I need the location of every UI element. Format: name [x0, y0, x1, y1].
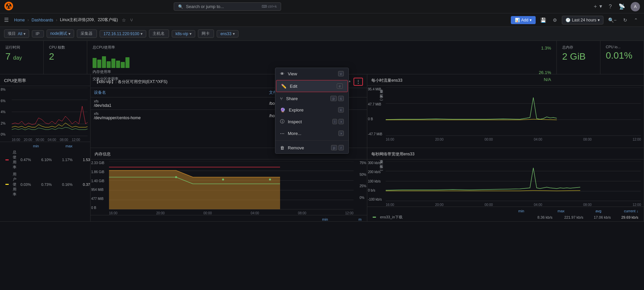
y-label: 8%: [1, 88, 5, 91]
cell-device: xfs /dev/sda1: [91, 97, 266, 110]
cpu-io-value: 0.01%: [606, 50, 638, 61]
collector-label-tag: 采集器: [77, 29, 97, 38]
save-dashboard-btn[interactable]: 💾: [538, 16, 548, 24]
search-bar[interactable]: 🔍 Search or jump to... ⌨ ctrl+k: [174, 2, 281, 11]
menu-item-share[interactable]: ⑂ Share p s: [275, 93, 348, 104]
breadcrumb-home[interactable]: Home: [14, 18, 25, 22]
search-shortcut: ⌨ ctrl+k: [262, 4, 277, 9]
memory-legend-header: min m: [93, 217, 364, 222]
rss-icon-btn[interactable]: 📡: [617, 2, 627, 11]
cpu-x-labels: 16:00 20:00 00:00 04:00 08:00 12:00: [0, 138, 90, 142]
mini-bar: [93, 58, 97, 68]
svg-point-4: [7, 6, 8, 8]
mini-bar: [125, 57, 129, 68]
user-avatar[interactable]: A: [631, 2, 640, 11]
clock-icon: 🕐: [566, 18, 571, 22]
refresh-btn[interactable]: ↻: [621, 16, 629, 24]
panel-context-menu: 👁 View v ✏️ Edit e ⑂ Share p s: [275, 68, 349, 154]
chevron-down-icon6: ▾: [190, 31, 192, 36]
chevron-down-icon7: ▾: [233, 31, 235, 36]
breadcrumb-current: Linux主机详情(209、220客户端): [60, 17, 118, 23]
hamburger-menu-btn[interactable]: ☰: [4, 17, 9, 23]
cpu-io-label: CPU io...: [606, 45, 638, 49]
total-memory-label: 总内存: [562, 45, 595, 50]
menu-item-remove[interactable]: 🗑 Remove p r: [275, 142, 348, 153]
y-axis-label: 上传(↑)/下载: [379, 96, 384, 100]
cpu-pct-value: 1.3%: [541, 46, 551, 51]
ens-bw-legend-dl: ens33_in下载 8.36 kb/s 221.97 kb/s 17.06 k…: [370, 214, 641, 221]
ip-filter[interactable]: IP: [32, 30, 44, 38]
search-icon: 🔍: [178, 4, 183, 9]
cpu-usage-label: 总CPU使用率: [93, 45, 115, 50]
ens-bw-legend-header: min max avg current ↓: [370, 208, 641, 214]
breadcrumb-dashboards[interactable]: Dashboards: [32, 18, 53, 22]
svg-point-2: [8, 4, 10, 6]
memory-panel: 内存信息 2.33 GiB 1.86 GiB 1.40 GiB 954 MiB …: [91, 148, 367, 222]
star-dashboard-btn[interactable]: ☆: [122, 17, 126, 23]
col-header-device: 设备名: [91, 88, 266, 97]
mini-bar: [102, 56, 106, 68]
menu-item-edit[interactable]: ✏️ Edit e: [276, 80, 348, 92]
share-dashboard-btn[interactable]: ⑂: [130, 17, 133, 23]
collector-filter[interactable]: node测试 ▾: [47, 29, 74, 38]
ens-chart-svg: [386, 87, 641, 136]
nic-label-tag: 网卡: [198, 29, 214, 38]
cpu-panel-title: CPU使用率: [0, 74, 90, 86]
y-label: 4%: [1, 110, 5, 114]
menu-item-explore[interactable]: 🔮 Explore x: [275, 104, 348, 116]
uptime-label: 运行时间: [5, 45, 38, 50]
ens-bw-legend: min max avg current ↓ ens33_in下载 8.36 kb…: [367, 207, 644, 222]
uptime-card: 运行时间 7 day: [0, 41, 44, 74]
y-label: 0%: [1, 133, 5, 136]
menu-item-more[interactable]: ⋯ More... ›: [275, 128, 348, 139]
table-title-text: 【k8s-vip】: 各分区可用空间(EXT.*/XFS): [95, 79, 167, 85]
green-dot2: [373, 217, 376, 218]
zoom-out-btn[interactable]: 🔍−: [606, 16, 619, 24]
time-range-btn[interactable]: 🕐 Last 24 hours ▾: [562, 16, 603, 24]
total-memory-value: 2 GiB: [562, 51, 595, 62]
breadcrumb-sep2: ›: [56, 18, 57, 22]
mini-bar: [121, 62, 125, 68]
chevron-down-icon: ▾: [530, 18, 532, 22]
top-nav-right: ＋ ▾ ? 📡 A: [591, 2, 640, 11]
cpu-cores-card: CPU 核数 2: [44, 41, 87, 74]
total-memory-card: 总内存 2 GiB: [557, 41, 600, 74]
nic-filter[interactable]: ens33 ▾: [217, 30, 238, 38]
chevron-down-icon2: ▾: [598, 18, 600, 22]
uptime-value: 7 day: [5, 51, 38, 62]
menu-item-inspect[interactable]: ⓘ Inspect i ›: [275, 116, 348, 128]
grafana-logo[interactable]: [4, 1, 13, 12]
svg-point-21: [175, 176, 177, 178]
more-icon: ⋯: [280, 131, 284, 136]
ens-bw-chart-svg: [386, 161, 641, 201]
ens-x-labels: 16:00 20:00 00:00 04:00 08:00 12:00: [367, 138, 644, 141]
cpu-mini-bars: [93, 51, 551, 68]
ens-bw-x-labels: 16:00 20:00 00:00 04:00 08:00 12:00: [367, 203, 644, 207]
inspect-icon: ⓘ: [280, 119, 284, 125]
hostname-filter[interactable]: k8s-vip ▾: [172, 30, 195, 38]
add-icon-btn[interactable]: ＋ ▾: [591, 2, 603, 11]
hostname-label-tag: 主机名: [149, 29, 169, 38]
mini-bar: [111, 59, 115, 68]
edit-icon: ✏️: [281, 84, 286, 89]
project-filter[interactable]: 项目 All ▾: [4, 29, 29, 38]
top-navigation: 🔍 Search or jump to... ⌨ ctrl+k ＋ ▾ ? 📡 …: [0, 0, 644, 13]
help-icon-btn[interactable]: ?: [607, 2, 613, 11]
cpu-io-card: CPU io... 0.01%: [600, 41, 644, 74]
add-panel-btn[interactable]: 📊 Add ▾: [511, 16, 536, 24]
ens-panel-title: 每小时流量ens33: [367, 74, 644, 86]
trash-icon: 🗑: [280, 145, 284, 150]
panel-menu-btn[interactable]: ⋮: [354, 78, 363, 86]
chevron-up-btn[interactable]: ⌃: [632, 16, 640, 24]
explore-icon: 🔮: [280, 107, 285, 113]
collector-addr-filter[interactable]: 172.16.11.220:9100 ▾: [100, 30, 146, 38]
y-label: 6%: [1, 99, 5, 103]
settings-btn[interactable]: ⚙: [551, 16, 559, 24]
dropdown-divider: [275, 140, 348, 141]
yellow-dot: [5, 184, 9, 185]
menu-item-view[interactable]: 👁 View v: [275, 68, 348, 79]
svg-point-3: [9, 6, 11, 8]
memory-chart-svg: [109, 161, 354, 210]
legend-header: min max avg current ↓: [3, 143, 88, 149]
filter-bar: 项目 All ▾ IP node测试 ▾ 采集器 172.16.11.220:9…: [0, 27, 644, 41]
